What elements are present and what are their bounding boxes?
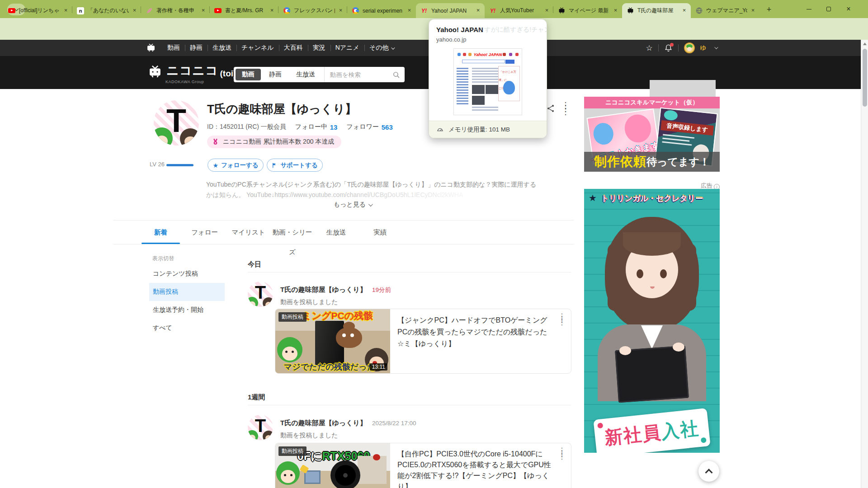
window-minimize-button[interactable] [802,5,816,14]
plush-graphic [336,327,362,348]
post-time: 19分前 [372,286,391,294]
browser-tab[interactable]: ウェブマニア_You × [691,3,760,18]
description-fade [206,191,499,200]
search-icon[interactable] [392,71,400,79]
post-avatar[interactable]: T [248,282,273,307]
tab-close-icon[interactable]: × [474,7,482,14]
skill-market-ad[interactable]: ニコニコスキルマーケット（仮） イラストかきます! 音声収録します 制作依頼待っ… [584,97,720,172]
search-seg-live[interactable]: 生放送 [290,69,321,80]
sidebar-item-video-posts[interactable]: 動画投稿 [149,283,225,301]
video-duration: 13:11 [370,363,387,371]
nav-item-channel[interactable]: チャンネル [236,44,279,52]
tab-close-icon[interactable]: × [612,7,619,14]
profile-menu-kebab-icon[interactable]: ⋮⋮⋮ [561,104,568,113]
browser-tab[interactable]: 「あなたのいない × [72,3,141,18]
tab-mylist[interactable]: マイリスト [226,222,270,244]
youtube-icon [214,7,222,14]
post-author[interactable]: T氏の趣味部屋【ゆっくり】 [280,419,367,427]
tab-close-icon[interactable]: × [406,7,413,14]
nav-item-live[interactable]: 生放送 [208,44,236,52]
tab-close-icon[interactable]: × [749,7,757,14]
show-more-button[interactable]: もっと見る [206,201,499,209]
follow-button[interactable]: ★ フォローする [208,159,264,172]
profile-avatar[interactable]: T [154,100,199,145]
tab-new[interactable]: 新着 [139,222,183,244]
tab-close-icon[interactable]: × [131,7,138,14]
achievement-badge[interactable]: ニコニコ動画 累計動画本数 200 本達成 [207,136,341,148]
search-seg-seiga[interactable]: 静画 [263,69,288,80]
browser-tab[interactable]: 書と夏/Mrs. GR × [210,3,278,18]
post-avatar[interactable]: T [248,415,273,440]
video-post-label: 動画投稿 [278,312,307,322]
nav-item-dic[interactable]: 大百科 [279,44,308,52]
hover-card-domain: yahoo.co.jp [436,36,539,43]
nav-item-nanime[interactable]: Nアニメ [330,44,364,52]
tab-close-icon[interactable]: × [680,7,688,14]
nav-item-jikkyo[interactable]: 実況 [308,44,330,52]
browser-tab[interactable]: 著作権・各種申 × [141,3,210,18]
video-menu-kebab-icon[interactable]: ⋮⋮⋮ [558,449,565,458]
tab-close-icon[interactable]: × [268,7,276,14]
window-close-button[interactable]: × [841,5,856,14]
post-author[interactable]: T氏の趣味部屋【ゆっくり】 [280,286,367,294]
video-menu-kebab-icon[interactable]: ⋮⋮⋮ [558,314,565,324]
level-progress-bar [166,164,193,166]
sidebar-item-all[interactable]: すべて [149,319,225,337]
browser-tab-active[interactable]: T氏の趣味部屋 × [622,3,691,18]
character-hair-strand [681,243,696,311]
nav-item-video[interactable]: 動画 [162,44,185,52]
profile-tabs: 新着 フォロー マイリスト 動画・シリーズ 生放送 実績 [139,222,402,244]
video-title[interactable]: 【ジャンクPC】ハードオフでBTOゲーミングPCの残骸を買ったらマジでただの残骸… [397,314,552,350]
medal-icon [212,138,219,146]
followers-count[interactable]: 563 [382,123,393,131]
video-card[interactable]: 動画投稿 0FにRTX5060 【自作PC】PCIE3.0世代のCore i5-… [275,443,571,488]
support-button[interactable]: サポートする [267,159,323,172]
nav-item-seiga[interactable]: 静画 [185,44,208,52]
search-seg-video[interactable]: 動画 [236,69,261,80]
browser-tab[interactable]: serial experimen × [347,3,416,18]
post-time: 2025/8/22 17:00 [372,420,416,427]
tab-close-icon[interactable]: × [62,7,70,14]
sidebar-item-content-posts[interactable]: コンテンツ投稿 [149,265,225,283]
following-count[interactable]: 13 [330,123,338,131]
tab-close-icon[interactable]: × [543,7,551,14]
scroll-to-top-button[interactable] [698,461,719,482]
sidebar-item-live-schedule[interactable]: 生放送予約・開始 [149,301,225,319]
tab-close-icon[interactable]: × [337,7,344,14]
browser-tab[interactable]: [official]リンちゃ × [4,3,72,18]
followers-label[interactable]: フォロワー [346,123,378,131]
tab-title: [official]リンちゃ [19,7,60,14]
video-thumbnail[interactable]: 動画投稿 ーミングPCの残骸 マジでただの残骸だった☆ 13:11 [275,309,390,373]
scrollbar-thumb[interactable] [863,49,867,107]
video-card[interactable]: 動画投稿 ーミングPCの残骸 マジでただの残骸だった☆ 13:11 【ジャンクP… [275,309,571,374]
user-avatar[interactable] [684,42,695,53]
tab-title: 書と夏/Mrs. GR [225,7,266,14]
notification-bell-icon[interactable] [664,44,673,52]
niconico-logo[interactable]: ニコニコ (toi) [147,62,236,79]
secretary-ad[interactable]: ★ トリリンガル・セクレタリー 新社員入社 [584,189,720,453]
video-title[interactable]: 【自作PC】PCIE3.0世代のCore i5-10400FにPCIE5.0のR… [397,449,552,488]
tab-follow[interactable]: フォロー [183,222,226,244]
browser-tab[interactable]: 人気YouTuber × [485,3,553,18]
chevron-down-icon[interactable] [714,45,718,49]
new-tab-button[interactable]: + [763,4,775,15]
browser-tab[interactable]: フレックスバンド - × [278,3,347,18]
share-icon[interactable] [546,104,555,113]
tab-live[interactable]: 生放送 [314,222,358,244]
nav-item-other[interactable]: その他 [364,44,399,52]
browser-tab-hovered[interactable]: Yahoo! JAPAN × [416,3,485,18]
search-input[interactable] [330,71,398,78]
scrollbar-up-arrow[interactable] [863,42,867,45]
nav-star-icon[interactable]: ☆ [646,43,652,53]
window-maximize-button[interactable] [821,5,836,14]
character-hand [673,343,684,352]
niconico-tv-icon[interactable] [146,43,156,52]
browser-tab[interactable]: マイページ 最新 × [553,3,622,18]
tab-close-icon[interactable]: × [199,7,207,14]
tab-title: 人気YouTuber [500,7,541,14]
video-thumbnail[interactable]: 動画投稿 0FにRTX5060 [275,443,390,488]
tab-series[interactable]: 動画・シリーズ [270,222,314,244]
following-label[interactable]: フォロー中 [295,123,327,131]
tab-achievements[interactable]: 実績 [358,222,402,244]
page-scrollbar[interactable] [861,40,868,488]
